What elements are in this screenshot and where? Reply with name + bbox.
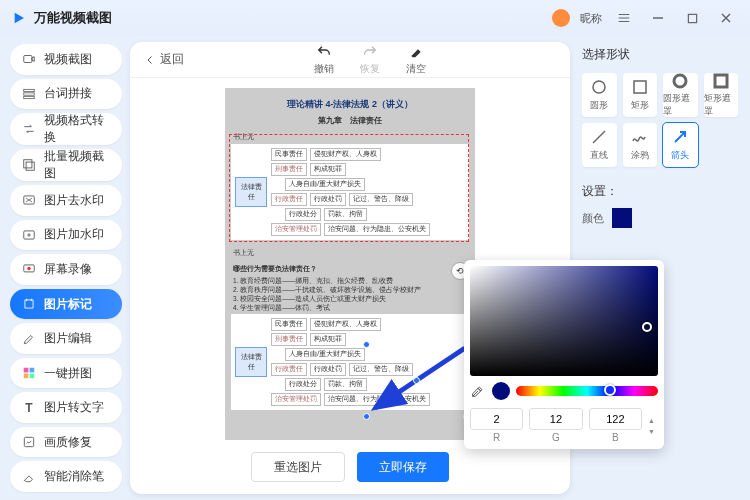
sidebar-item-ocr[interactable]: T图片转文字 (10, 392, 122, 423)
shape-arrow[interactable]: 箭头 (663, 123, 698, 167)
document-image: 理论精讲 4-法律法规 2（讲义） 第九章 法律责任 书上无 法律责任 民事责任… (225, 88, 475, 440)
svg-point-19 (674, 75, 686, 87)
sidebar-item-add-wm[interactable]: 图片加水印 (10, 220, 122, 251)
edit-icon (22, 332, 36, 346)
svg-rect-0 (688, 14, 696, 22)
svg-line-21 (593, 131, 605, 143)
sidebar-item-label: 视频格式转换 (44, 112, 110, 146)
convert-icon (22, 122, 36, 136)
rgb-stepper[interactable]: ▲▼ (648, 408, 658, 443)
sidebar-item-edit[interactable]: 图片编辑 (10, 323, 122, 354)
doc-title: 理论精讲 4-法律法规 2（讲义） (231, 98, 469, 111)
back-button[interactable]: 返回 (144, 51, 184, 68)
sidebar-item-label: 视频截图 (44, 51, 92, 68)
hue-thumb[interactable] (604, 384, 616, 396)
maximize-button[interactable] (680, 6, 704, 30)
shape-circle-mask[interactable]: 圆形遮罩 (663, 73, 698, 117)
eyedropper-icon[interactable] (470, 383, 486, 399)
shape-line[interactable]: 直线 (582, 123, 617, 167)
tool-label: 清空 (406, 62, 426, 76)
handle-mid[interactable] (413, 377, 420, 384)
app-title: 万能视频截图 (34, 9, 112, 27)
sidebar-item-enhance[interactable]: 画质修复 (10, 427, 122, 458)
sidebar-item-mark[interactable]: 图片标记 (10, 289, 122, 320)
svg-rect-6 (26, 162, 34, 170)
shape-rect[interactable]: 矩形 (623, 73, 658, 117)
sidebar-item-label: 图片加水印 (44, 226, 104, 243)
lines-icon (22, 87, 36, 101)
sidebar-item-collage[interactable]: 一键拼图 (10, 358, 122, 389)
logo-icon (12, 10, 28, 26)
svg-rect-20 (715, 75, 727, 87)
sidebar-item-label: 台词拼接 (44, 85, 92, 102)
shape-circle[interactable]: 圆形 (582, 73, 617, 117)
sidebar-item-label: 图片编辑 (44, 330, 92, 347)
collage-icon (22, 366, 36, 380)
reselect-button[interactable]: 重选图片 (251, 452, 345, 482)
hue-slider[interactable] (516, 386, 658, 396)
handle-tl[interactable] (363, 341, 370, 348)
sidebar-item-label: 智能消除笔 (44, 468, 104, 485)
sidebar-item-eraser[interactable]: 智能消除笔 (10, 461, 122, 492)
handle-bl[interactable] (363, 413, 370, 420)
title-bar: 万能视频截图 昵称 (0, 0, 750, 36)
sidebar-item-lines[interactable]: 台词拼接 (10, 79, 122, 110)
doc-section: 书上无 (233, 132, 469, 142)
video-icon (22, 52, 36, 66)
eraser-icon (22, 470, 36, 484)
avatar[interactable] (552, 9, 570, 27)
clear-button[interactable]: 清空 (406, 44, 426, 76)
r-input[interactable] (470, 408, 523, 430)
svg-rect-18 (634, 81, 646, 93)
doc-section-2: 书上无 (233, 248, 469, 258)
sidebar-item-label: 画质修复 (44, 434, 92, 451)
undo-button[interactable]: 撤销 (314, 44, 334, 76)
minimize-button[interactable] (646, 6, 670, 30)
saturation-cursor[interactable] (642, 322, 652, 332)
save-button[interactable]: 立即保存 (357, 452, 449, 482)
record-icon (22, 262, 36, 276)
sidebar-item-video-screenshot[interactable]: 视频截图 (10, 44, 122, 75)
sidebar-item-label: 图片转文字 (44, 399, 104, 416)
current-color (492, 382, 510, 400)
svg-rect-13 (24, 374, 29, 379)
redo-icon (362, 44, 378, 60)
shape-title: 选择形状 (582, 46, 738, 63)
svg-rect-3 (24, 93, 35, 95)
menu-button[interactable] (612, 6, 636, 30)
tool-label: 撤销 (314, 62, 334, 76)
sidebar-item-label: 批量视频截图 (44, 148, 110, 182)
shape-freehand[interactable]: 涂鸦 (623, 123, 658, 167)
redo-button[interactable]: 恢复 (360, 44, 380, 76)
color-label: 颜色 (582, 211, 604, 226)
sidebar-item-batch[interactable]: 批量视频截图 (10, 149, 122, 181)
r-label: R (493, 432, 500, 443)
mark-icon (22, 297, 36, 311)
g-input[interactable] (529, 408, 582, 430)
diagram-root: 法律责任 (235, 177, 267, 207)
svg-rect-14 (30, 374, 35, 379)
enhance-icon (22, 435, 36, 449)
svg-point-10 (27, 267, 31, 271)
shape-rect-mask[interactable]: 矩形遮罩 (704, 73, 739, 117)
sidebar-item-record[interactable]: 屏幕录像 (10, 254, 122, 285)
add-wm-icon (22, 228, 36, 242)
app-logo: 万能视频截图 (12, 9, 112, 27)
b-input[interactable] (589, 408, 642, 430)
svg-rect-1 (24, 56, 32, 63)
settings-title: 设置： (582, 183, 738, 200)
doc-notes-title: 哪些行为需要负法律责任？ (233, 264, 469, 274)
undo-icon (316, 44, 332, 60)
sidebar-item-remove-wm[interactable]: 图片去水印 (10, 185, 122, 216)
sidebar-item-convert[interactable]: 视频格式转换 (10, 113, 122, 145)
color-swatch[interactable] (612, 208, 632, 228)
g-label: G (552, 432, 560, 443)
saturation-field[interactable] (470, 266, 658, 376)
shape-label: 矩形 (631, 99, 649, 112)
svg-rect-4 (24, 96, 35, 98)
doc-chapter: 第九章 法律责任 (231, 115, 469, 126)
remove-wm-icon (22, 193, 36, 207)
nickname: 昵称 (580, 11, 602, 26)
shape-label: 箭头 (671, 149, 689, 162)
close-button[interactable] (714, 6, 738, 30)
